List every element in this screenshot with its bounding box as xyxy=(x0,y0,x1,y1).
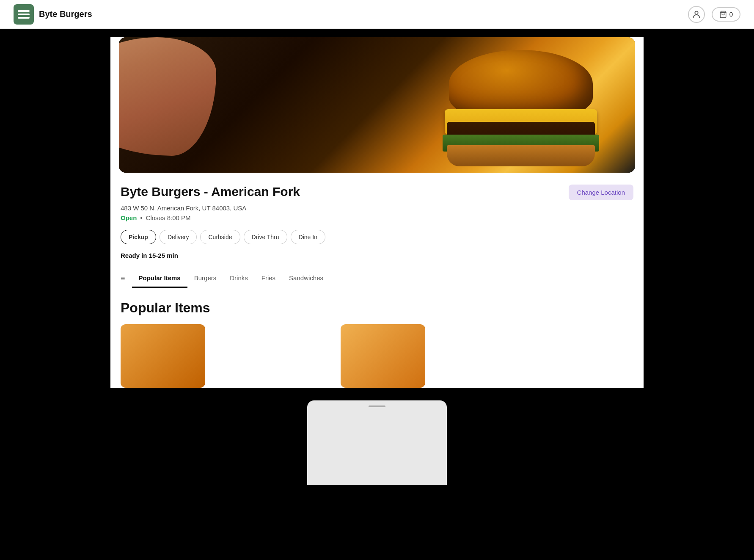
hero-background xyxy=(119,37,635,173)
status-row: Open • Closes 8:00 PM xyxy=(121,214,633,221)
category-nav: ≡ Popular Items Burgers Drinks Fries San… xyxy=(110,269,644,288)
restaurant-info: Byte Burgers - American Fork Change Loca… xyxy=(110,173,644,259)
closing-hours: Closes 8:00 PM xyxy=(146,214,191,221)
menu-icon: ≡ xyxy=(121,274,125,283)
nav-sandwiches[interactable]: Sandwiches xyxy=(282,269,330,288)
open-status: Open xyxy=(121,214,137,221)
ready-time: Ready in 15-25 min xyxy=(121,252,633,259)
user-account-button[interactable] xyxy=(688,6,705,23)
order-type-tabs: Pickup Delivery Curbside Drive Thru Dine… xyxy=(121,230,633,244)
tab-delivery[interactable]: Delivery xyxy=(160,230,197,244)
svg-rect-0 xyxy=(18,10,30,12)
restaurant-header-row: Byte Burgers - American Fork Change Loca… xyxy=(121,185,633,200)
change-location-button[interactable]: Change Location xyxy=(569,185,633,200)
modal-handle xyxy=(369,406,385,407)
tab-curbside[interactable]: Curbside xyxy=(200,230,240,244)
nav-burgers[interactable]: Burgers xyxy=(187,269,223,288)
svg-rect-2 xyxy=(18,17,30,19)
header-right: 0 xyxy=(688,6,740,23)
tab-drive-thru[interactable]: Drive Thru xyxy=(244,230,287,244)
items-grid xyxy=(121,324,633,388)
restaurant-address: 483 W 50 N, American Fork, UT 84003, USA xyxy=(121,204,633,212)
hand-decoration xyxy=(119,37,216,156)
section-popular-title: Popular Items xyxy=(121,300,633,316)
bun-bottom xyxy=(447,145,595,166)
modal-preview xyxy=(307,400,447,485)
header-left: Byte Burgers xyxy=(14,4,92,25)
brand-name: Byte Burgers xyxy=(39,9,92,19)
hero-image xyxy=(119,37,635,173)
item-card-2[interactable] xyxy=(341,324,425,388)
brand-logo xyxy=(14,4,34,25)
tab-pickup[interactable]: Pickup xyxy=(121,230,156,244)
nav-popular-items[interactable]: Popular Items xyxy=(132,269,187,288)
header: Byte Burgers 0 xyxy=(0,0,754,29)
cart-count: 0 xyxy=(729,11,733,18)
tab-dine-in[interactable]: Dine In xyxy=(291,230,325,244)
popular-items-section: Popular Items xyxy=(110,288,644,388)
nav-fries[interactable]: Fries xyxy=(255,269,282,288)
black-bottom-area xyxy=(0,388,754,560)
item-card-1[interactable] xyxy=(121,324,205,388)
cart-button[interactable]: 0 xyxy=(712,7,740,22)
nav-drinks[interactable]: Drinks xyxy=(223,269,255,288)
svg-rect-1 xyxy=(18,14,30,15)
bun-top xyxy=(449,50,593,118)
status-separator: • xyxy=(140,214,142,221)
burger-visualization xyxy=(390,41,601,168)
main-content: Byte Burgers - American Fork Change Loca… xyxy=(110,37,644,388)
restaurant-name: Byte Burgers - American Fork xyxy=(121,185,300,199)
svg-point-3 xyxy=(695,11,698,14)
